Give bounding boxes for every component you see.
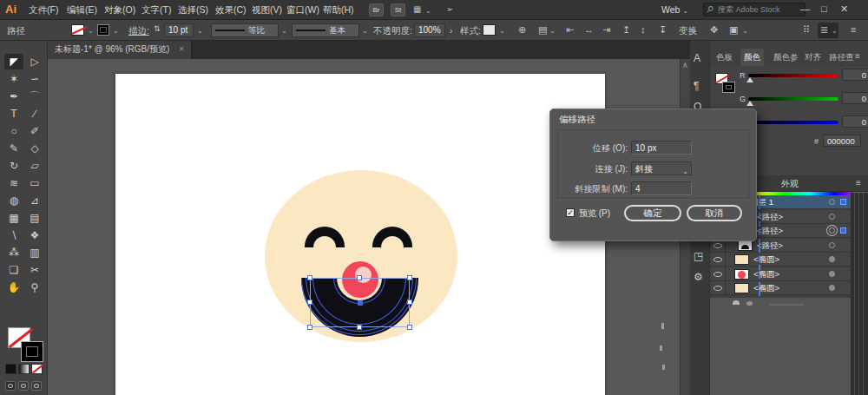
color-mode-button[interactable] (5, 364, 16, 374)
arrange-documents-icon[interactable]: ▦ (413, 4, 421, 14)
slider-value-g[interactable]: 0 (842, 92, 868, 104)
pencil-tool[interactable]: ✎ (4, 141, 23, 156)
slider-pointer-r[interactable] (746, 77, 753, 82)
curvature-tool[interactable]: ⌒ (25, 89, 44, 104)
scale-tool[interactable]: ▱ (25, 158, 44, 174)
preview-checkbox[interactable]: ✓ (566, 208, 575, 217)
gradient-mode-button[interactable] (18, 364, 30, 374)
tab-pathfinder[interactable]: 路径查 (825, 49, 858, 66)
zoom-tool[interactable]: ⚲ (25, 280, 44, 295)
stroke-width-input[interactable]: 10 pt (164, 23, 194, 37)
menu-window[interactable]: 窗口(W) (286, 4, 319, 16)
direct-selection-tool[interactable]: ▷ (25, 54, 44, 69)
slider-pointer-g[interactable] (746, 101, 753, 106)
menu-effect[interactable]: 效果(C) (215, 4, 247, 16)
document-setup-chevron-icon[interactable]: ⌄ (549, 27, 556, 35)
type-tool[interactable]: T (4, 106, 23, 122)
eye-icon[interactable] (713, 272, 722, 277)
draw-normal-button[interactable] (5, 381, 16, 391)
tab-color-guide[interactable]: 颜色参 (770, 49, 802, 66)
mesh-tool[interactable]: ▦ (4, 210, 23, 226)
magic-wand-tool[interactable]: ✶ (4, 71, 23, 87)
layer-name[interactable]: <椭圆> (753, 269, 779, 280)
character-panel-icon[interactable]: A (694, 52, 700, 64)
slider-track-b[interactable] (748, 121, 838, 124)
align-hcenter-icon[interactable]: ↔ (584, 24, 594, 35)
target-circle[interactable] (829, 242, 835, 248)
handle-bottom-center[interactable] (357, 325, 362, 330)
brush-select[interactable]: 基本 (292, 23, 359, 37)
stroke-swatch[interactable] (97, 24, 109, 36)
tab-appearance[interactable]: 外观 (781, 178, 799, 190)
target-circle[interactable] (829, 271, 835, 277)
transform-panel-icon[interactable]: ◳ (694, 250, 703, 262)
lasso-tool[interactable]: ∽ (25, 71, 44, 87)
isolate-grid-icon[interactable]: ⠿ (803, 24, 810, 36)
fill-chevron-icon[interactable]: ⌄ (88, 27, 94, 35)
gpu-performance-icon[interactable]: ➢ (446, 4, 453, 14)
color-stroke-swatch[interactable] (722, 82, 735, 93)
hand-tool[interactable]: ✋ (4, 280, 23, 295)
menu-file[interactable]: 文件(F) (29, 4, 58, 16)
stroke-chevron-icon[interactable]: ⌄ (113, 27, 119, 35)
selection-square[interactable] (840, 227, 846, 234)
menu-object[interactable]: 对象(O) (104, 4, 135, 16)
handle-bottom-right[interactable] (407, 325, 412, 330)
ellipse-tool[interactable]: ○ (4, 123, 23, 139)
eraser-tool[interactable]: ◇ (25, 141, 44, 156)
layer-name[interactable]: <路径> (757, 240, 783, 252)
align-right-icon[interactable]: ⇥ (602, 24, 610, 36)
brush-chevron-icon[interactable]: ⌄ (362, 27, 368, 35)
gradient-tool[interactable]: ▤ (25, 210, 44, 226)
stock-button[interactable]: St (391, 3, 405, 16)
handle-mid-left[interactable] (307, 300, 312, 305)
tab-swatches[interactable]: 色板 (713, 49, 736, 66)
width-profile-chevron-icon[interactable]: ⌄ (281, 27, 287, 35)
eyedropper-tool[interactable]: ∖ (4, 227, 23, 243)
workspace-switcher[interactable]: Web ⌄ (661, 4, 688, 15)
layer-row[interactable]: <椭圆> (710, 253, 851, 267)
slider-track-g[interactable] (748, 97, 838, 101)
join-select[interactable]: 斜接 ⌄ (631, 161, 692, 175)
handle-top-center[interactable] (357, 275, 362, 280)
panel-toggle-button[interactable]: ≣ ⌄ (818, 23, 838, 38)
stroke-stepper[interactable]: ⇅ (154, 24, 161, 33)
perspective-grid-tool[interactable]: ⊿ (25, 193, 44, 208)
slider-value-b[interactable]: 0 (842, 115, 868, 128)
selection-tool[interactable]: ◤ (4, 54, 23, 69)
adobe-stock-search-input[interactable]: ⚲ 搜索 Adobe Stock (703, 3, 806, 16)
rotate-tool[interactable]: ↻ (4, 158, 23, 174)
align-to-icon[interactable]: ▣ (729, 24, 738, 36)
close-button[interactable]: ✕ (840, 3, 848, 15)
opacity-label[interactable]: 不透明度: (373, 25, 412, 37)
style-chevron-icon[interactable]: ⌄ (499, 27, 505, 35)
document-setup-icon[interactable]: ▤ (538, 24, 547, 36)
slice-tool[interactable]: ✂ (25, 262, 44, 278)
stroke-width-chevron-icon[interactable]: ⌄ (197, 27, 203, 35)
slider-value-r[interactable]: 0 (842, 69, 868, 81)
handle-top-left[interactable] (307, 275, 312, 280)
layer-name[interactable]: <椭圆> (753, 283, 779, 294)
eye-icon[interactable] (713, 243, 722, 248)
column-graph-tool[interactable]: ▥ (25, 245, 44, 260)
ok-button[interactable]: 确定 (624, 205, 681, 221)
layer-row[interactable]: <椭圆> (710, 281, 851, 295)
visibility-cell[interactable] (710, 253, 726, 267)
blend-tool[interactable]: ❖ (25, 227, 44, 243)
tab-align[interactable]: 对齐 (801, 49, 825, 66)
fill-swatch[interactable] (71, 24, 84, 36)
selection-center-point[interactable] (358, 300, 363, 306)
opacity-more-icon[interactable]: › (450, 25, 453, 36)
expand-icon[interactable]: ✥ (710, 24, 718, 36)
target-circle-selected[interactable] (829, 227, 835, 234)
draw-inside-button[interactable] (31, 381, 42, 391)
menu-select[interactable]: 选择(S) (178, 4, 208, 16)
handle-top-right[interactable] (407, 275, 412, 280)
style-swatch[interactable] (483, 24, 496, 36)
maximize-button[interactable]: □ (821, 3, 827, 14)
bridge-button[interactable]: Br (369, 3, 384, 16)
layer-row[interactable]: <椭圆> (710, 267, 851, 281)
scroll-up-icon[interactable]: ∧ (682, 61, 688, 69)
paintbrush-tool[interactable]: ✐ (25, 123, 44, 139)
align-vcenter-icon[interactable]: ↕ (641, 24, 646, 35)
